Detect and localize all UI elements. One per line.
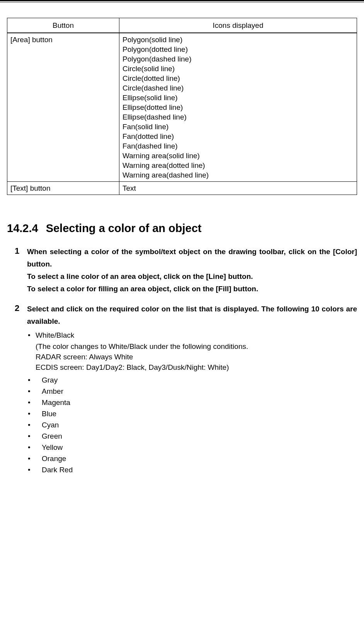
- list-item-label: Cyan: [36, 420, 357, 430]
- step-text: To select a color for filling an area ob…: [27, 283, 357, 295]
- step-text: To select a line color of an area object…: [27, 270, 357, 283]
- bullet-icon: •: [27, 431, 36, 441]
- section-number: 14.2.4: [7, 222, 38, 235]
- section-title-text: Selecting a color of an object: [46, 222, 202, 234]
- table-header-icons: Icons displayed: [119, 18, 357, 33]
- table-row: [Area] button Polygon(solid line) Polygo…: [7, 33, 357, 182]
- list-item-label: White/Black: [36, 330, 357, 340]
- cell-button: [Text] button: [7, 182, 119, 195]
- icon-entry: Text: [122, 183, 354, 193]
- bullet-icon: •: [27, 330, 36, 340]
- step-number: 1: [15, 246, 27, 295]
- list-item: • Blue: [27, 408, 357, 419]
- list-item-label: Blue: [36, 408, 357, 419]
- list-item-note: RADAR screen: Always White: [27, 352, 357, 362]
- list-item-label: Amber: [36, 386, 357, 396]
- list-item: • Amber: [27, 386, 357, 396]
- section-heading: 14.2.4Selecting a color of an object: [7, 222, 357, 235]
- bullet-icon: •: [27, 408, 36, 419]
- icon-entry: Fan(solid line): [122, 122, 354, 132]
- step-2: 2 Select and click on the required color…: [15, 303, 357, 476]
- step-1: 1 When selecting a color of the symbol/t…: [15, 246, 357, 295]
- icon-entry: Ellipse(dashed line): [122, 112, 354, 122]
- table-header-button: Button: [7, 18, 119, 33]
- step-text: Select and click on the required color o…: [27, 303, 357, 328]
- bullet-icon: •: [27, 420, 36, 430]
- icon-entry: Circle(solid line): [122, 64, 354, 73]
- step-text: When selecting a color of the symbol/tex…: [27, 246, 357, 270]
- list-item-label: Yellow: [36, 442, 357, 453]
- cell-icons: Text: [119, 182, 357, 195]
- icon-entry: Warning area(dashed line): [122, 170, 354, 180]
- icon-entry: Polygon(dashed line): [122, 54, 354, 64]
- list-item-note: ECDIS screen: Day1/Day2: Black, Day3/Dus…: [27, 362, 357, 372]
- bullet-icon: •: [27, 442, 36, 453]
- list-item-label: Dark Red: [36, 465, 357, 475]
- icon-entry: Warning area(dotted line): [122, 161, 354, 170]
- list-item: • Magenta: [27, 397, 357, 408]
- step-number: 2: [15, 303, 27, 476]
- bullet-icon: •: [27, 397, 36, 408]
- icon-entry: Fan(dotted line): [122, 132, 354, 141]
- icon-entry: Circle(dotted line): [122, 73, 354, 83]
- icon-entry: Ellipse(dotted line): [122, 103, 354, 112]
- list-item-label: Orange: [36, 453, 357, 464]
- list-item: • Yellow: [27, 442, 357, 453]
- list-item: • Green: [27, 431, 357, 441]
- icon-entry: Polygon(dotted line): [122, 44, 354, 54]
- list-item: • White/Black: [27, 330, 357, 340]
- bullet-icon: •: [27, 375, 36, 385]
- icon-entry: Fan(dashed line): [122, 141, 354, 151]
- table-body: [Area] button Polygon(solid line) Polygo…: [7, 33, 357, 195]
- list-item-label: Magenta: [36, 397, 357, 408]
- list-item: • Orange: [27, 453, 357, 464]
- icon-entry: Warning area(solid line): [122, 151, 354, 161]
- bullet-icon: •: [27, 453, 36, 464]
- cell-icons: Polygon(solid line) Polygon(dotted line)…: [119, 33, 357, 182]
- list-item: • Dark Red: [27, 465, 357, 475]
- bullet-icon: •: [27, 386, 36, 396]
- top-horizontal-rule: [0, 0, 364, 2]
- icon-entry: Ellipse(solid line): [122, 93, 354, 103]
- icon-entry: Polygon(solid line): [122, 35, 354, 44]
- list-item-label: Green: [36, 431, 357, 441]
- icon-entry: Circle(dashed line): [122, 83, 354, 93]
- list-item: • Gray: [27, 375, 357, 385]
- cell-button: [Area] button: [7, 33, 119, 182]
- table-row: [Text] button Text: [7, 182, 357, 195]
- icons-table: Button Icons displayed [Area] button Pol…: [7, 18, 357, 195]
- list-item-label: Gray: [36, 375, 357, 385]
- list-item: • Cyan: [27, 420, 357, 430]
- list-item-note: (The color changes to White/Black under …: [27, 341, 357, 352]
- bullet-icon: •: [27, 465, 36, 475]
